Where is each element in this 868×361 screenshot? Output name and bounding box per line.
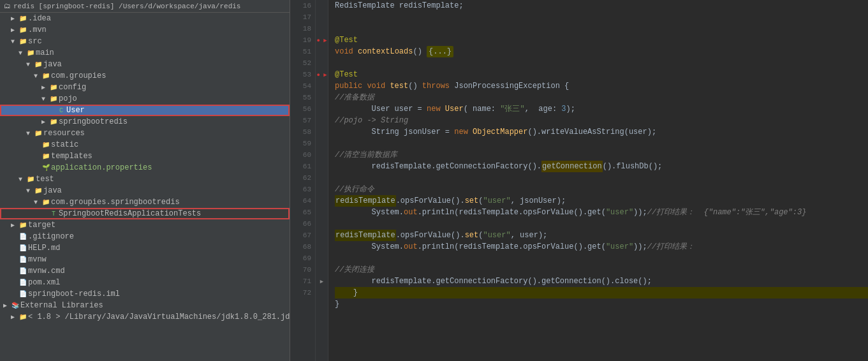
highlight-token: redisTemplate: [335, 230, 396, 241]
tree-item-static[interactable]: 📁 static: [0, 139, 290, 151]
chevron-right-icon: ▶: [8, 13, 18, 24]
git-icon: 📄: [18, 232, 28, 242]
code-token: contextLoads: [358, 46, 413, 57]
tree-item-test[interactable]: ▼ 📁 test: [0, 173, 290, 185]
tree-item-resources[interactable]: ▼ 📁 resources: [0, 128, 290, 139]
gutter-cell-60: [316, 149, 328, 161]
tree-item-springboot-tests[interactable]: T SpringbootRedisApplicationTests: [0, 208, 290, 219]
line-num-52: 52: [290, 57, 315, 69]
none-icon: [8, 266, 18, 276]
tree-item-gitignore[interactable]: 📄 .gitignore: [0, 231, 290, 242]
test-icon: T: [48, 209, 59, 219]
code-editor: 16 17 18 19 51 52 53 54 55 56 57 58 59 6…: [290, 0, 868, 361]
chevron-down-icon: ▼: [23, 186, 33, 196]
gutter-cell-70: [316, 264, 328, 276]
folder-icon: 📁: [18, 220, 28, 230]
code-token: //清空当前数据库: [335, 149, 397, 161]
folder-icon: 📁: [41, 197, 51, 207]
tree-item-com-groupies[interactable]: ▼ 📁 com.groupies: [0, 70, 290, 82]
line-numbers: 16 17 18 19 51 52 53 54 55 56 57 58 59 6…: [290, 0, 316, 361]
tree-label: < 1.8 > /Library/Java/JavaVirtualMachine…: [28, 313, 290, 321]
project-icon: 🗂: [4, 2, 11, 10]
line-num-62: 62: [290, 172, 315, 184]
tree-item-config[interactable]: ▶ 📁 config: [0, 82, 290, 93]
tree-label: pojo: [59, 94, 77, 103]
highlight-token: getConnection: [541, 161, 603, 172]
tree-label: static: [51, 140, 78, 149]
code-token: //pojo -> String: [335, 115, 408, 126]
line-num-51: 51: [290, 46, 315, 57]
project-name: redis [springboot-redis] /Users/d/worksp…: [13, 3, 240, 10]
code-line-71: }: [335, 287, 868, 298]
chevron-down-icon: ▼: [8, 36, 18, 47]
gutter: ● ▶ ● ▶ ▶: [316, 0, 328, 361]
tree-item-help-md[interactable]: 📄 HELP.md: [0, 242, 290, 254]
tree-item-src[interactable]: ▼ 📁 src: [0, 36, 290, 47]
code-token: "user": [483, 195, 510, 207]
line-num-60: 60: [290, 149, 315, 161]
chevron-down-icon: ▼: [23, 128, 33, 138]
tree-item-user[interactable]: C User: [0, 105, 290, 116]
code-token: out: [404, 207, 418, 218]
tree-item-mvnw-cmd[interactable]: 📄 mvnw.cmd: [0, 265, 290, 277]
none-icon: [8, 277, 18, 288]
chevron-right-icon: [31, 151, 41, 161]
code-content[interactable]: RedisTemplate redisTemplate; @Test void …: [328, 0, 868, 361]
tree-item-external-libs[interactable]: ▶ 📚 External Libraries: [0, 300, 290, 311]
code-token: public void: [335, 80, 385, 92]
chevron-down-icon: ▼: [23, 59, 33, 70]
tree-item-mvn[interactable]: ▶ 📁 .mvn: [0, 24, 290, 36]
code-line-52: @Test: [335, 69, 868, 80]
line-num-65: 65: [290, 207, 315, 218]
none-icon: [8, 232, 18, 242]
gutter-cell-71: ▶: [316, 276, 328, 287]
tree-item-pom-xml[interactable]: 📄 pom.xml: [0, 277, 290, 288]
code-line-68: [335, 253, 868, 264]
tree-item-java[interactable]: ▼ 📁 java: [0, 59, 290, 70]
tree-item-java-test[interactable]: ▼ 📁 java: [0, 185, 290, 196]
line-num-55: 55: [290, 92, 315, 103]
gutter-cell-56: [316, 103, 328, 115]
gutter-cell-68: [316, 241, 328, 253]
gutter-cell-62: [316, 172, 328, 184]
gutter-cell-51: [316, 46, 328, 57]
code-line-63: redisTemplate.opsForValue().set("user", …: [335, 195, 868, 207]
tree-item-pojo[interactable]: ▼ 📁 pojo: [0, 93, 290, 105]
code-token: ObjectMapper: [473, 126, 527, 138]
code-line-72: }: [335, 298, 868, 310]
tree-item-springbootredis[interactable]: ▶ 📁 springbootredis: [0, 116, 290, 128]
line-num-67: 67: [290, 230, 315, 241]
spring-icon: 🌱: [41, 163, 51, 173]
tree-label: HELP.md: [28, 244, 60, 253]
tree-item-com-groupies-springbootredis[interactable]: ▼ 📁 com.groupies.springbootredis: [0, 196, 290, 208]
line-num-58: 58: [290, 126, 315, 138]
code-token: "user": [483, 230, 510, 241]
gutter-cell-66: [316, 218, 328, 230]
folder-icon: 📁: [26, 174, 36, 184]
fold-block: {...}: [427, 46, 453, 57]
tree-label: src: [28, 37, 42, 46]
chevron-right-icon: [31, 140, 41, 150]
tree-item-iml[interactable]: 📄 springboot-redis.iml: [0, 288, 290, 300]
tree-item-main[interactable]: ▼ 📁 main: [0, 47, 290, 59]
file-icon: 📄: [18, 266, 28, 276]
code-line-17: [335, 11, 868, 23]
code-token: //准备数据: [335, 92, 374, 103]
tree-label: mvnw.cmd: [28, 267, 65, 276]
line-num-54: 54: [290, 80, 315, 92]
tree-item-target[interactable]: ▶ 📁 target: [0, 219, 290, 231]
tree-item-templates[interactable]: 📁 templates: [0, 151, 290, 162]
line-num-70: 70: [290, 264, 315, 276]
code-token: "user": [606, 241, 633, 253]
folder-icon: 📁: [18, 36, 28, 47]
code-token: //打印结果：: [647, 241, 695, 253]
tree-label: templates: [51, 152, 92, 161]
code-line-62: //执行命令: [335, 184, 868, 195]
tree-item-idea[interactable]: ▶ 📁 .idea: [0, 13, 290, 24]
tree-label: .gitignore: [28, 232, 74, 241]
tree-item-mvnw[interactable]: 📄 mvnw: [0, 254, 290, 265]
tree-item-jdk[interactable]: ▶ 📁 < 1.8 > /Library/Java/JavaVirtualMac…: [0, 311, 290, 323]
gutter-cell-16: [316, 0, 328, 11]
tree-item-application-props[interactable]: 🌱 application.properties: [0, 162, 290, 173]
code-token: out: [404, 241, 418, 253]
